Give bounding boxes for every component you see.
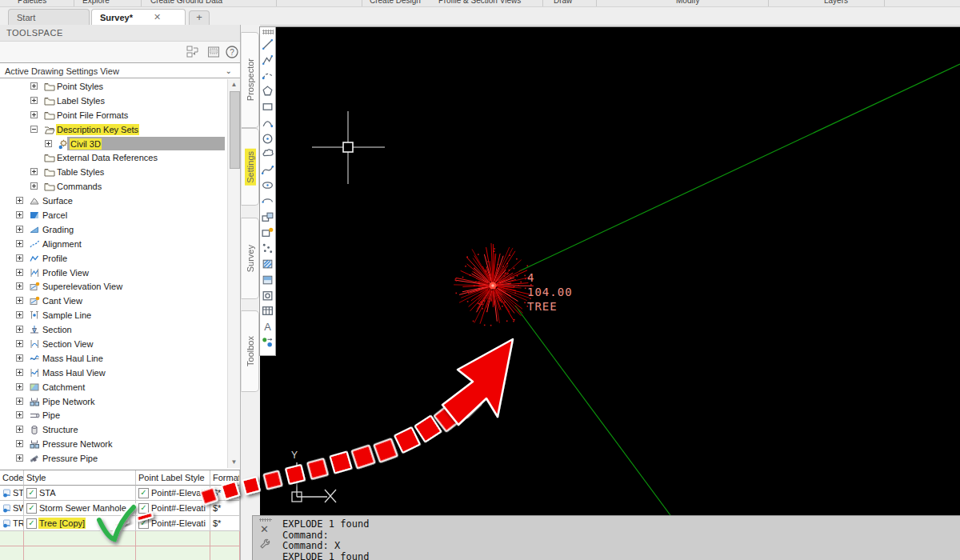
- side-tab-toolbox[interactable]: Toolbox: [241, 310, 259, 392]
- item-view-icon[interactable]: [186, 45, 200, 59]
- expand-plus-icon[interactable]: [16, 354, 23, 362]
- tree-item-grading[interactable]: Grading: [0, 222, 226, 237]
- empty-cell[interactable]: [136, 531, 210, 546]
- tree-item-profile[interactable]: Profile: [0, 251, 226, 266]
- expand-plus-icon[interactable]: [16, 440, 23, 447]
- expand-plus-icon[interactable]: [16, 326, 23, 333]
- create-block-icon[interactable]: [261, 226, 274, 239]
- tree-item-sample-line[interactable]: Sample Line: [0, 308, 226, 322]
- expand-plus-icon[interactable]: [16, 254, 23, 262]
- wrench-icon[interactable]: [258, 538, 271, 550]
- side-tab-prospector[interactable]: Prospector: [241, 32, 259, 128]
- key-table-row[interactable]: TR*✓Tree [Copy]✓Point#-Elevati$*: [0, 516, 240, 531]
- expand-plus-icon[interactable]: [45, 140, 52, 147]
- tree-item-label-styles[interactable]: Label Styles: [0, 94, 226, 108]
- ribbon-panel-palettes[interactable]: Palettes: [18, 0, 46, 5]
- checkbox-checked-icon[interactable]: ✓: [26, 488, 37, 498]
- table-icon[interactable]: [261, 304, 274, 318]
- style-cell[interactable]: ✓Storm Sewer Manhole: [24, 501, 136, 516]
- survey-figure-lines[interactable]: [515, 64, 960, 515]
- polygon-icon[interactable]: [261, 85, 274, 98]
- gradient-icon[interactable]: [261, 273, 274, 286]
- checkbox-checked-icon[interactable]: ✓: [26, 518, 37, 529]
- tree-item-alignment[interactable]: Alignment: [0, 237, 226, 251]
- polyline-icon[interactable]: [261, 54, 274, 67]
- expand-plus-icon[interactable]: [16, 226, 23, 233]
- expand-plus-icon[interactable]: [30, 168, 38, 175]
- preview-pane-icon[interactable]: [206, 45, 221, 59]
- arc-icon[interactable]: [261, 116, 274, 130]
- tree-item-section[interactable]: Section: [0, 322, 226, 337]
- ribbon-panel-explore[interactable]: Explore: [82, 0, 110, 5]
- empty-cell[interactable]: [24, 531, 136, 546]
- scroll-up-icon[interactable]: ▲: [228, 79, 240, 90]
- line-icon[interactable]: [261, 38, 274, 51]
- collapse-minus-icon[interactable]: [30, 126, 38, 133]
- tree-item-pressure-network[interactable]: Pressure Network: [0, 437, 226, 451]
- tree-item-pressure-pipe[interactable]: Pressure Pipe: [0, 451, 226, 466]
- insert-block-icon[interactable]: [261, 210, 274, 224]
- ribbon-panel-layers[interactable]: Layers: [824, 0, 848, 5]
- scroll-down-icon[interactable]: ▼: [228, 457, 240, 468]
- expand-plus-icon[interactable]: [16, 369, 23, 376]
- code-cell[interactable]: SWM: [0, 501, 24, 516]
- tree-item-table-styles[interactable]: Table Styles: [0, 165, 226, 179]
- expand-plus-icon[interactable]: [16, 269, 23, 276]
- ribbon-panel-draw[interactable]: Draw: [554, 0, 572, 5]
- settings-view-selector[interactable]: Active Drawing Settings View ⌄: [0, 62, 240, 78]
- point-label-style-cell[interactable]: ✓Point#-Elevati: [136, 501, 210, 516]
- command-line-panel[interactable]: ✕ EXPLODE 1 found Command: Command: X EX…: [252, 515, 960, 560]
- code-cell[interactable]: STA*: [0, 486, 24, 501]
- empty-cell[interactable]: [0, 546, 24, 560]
- expand-plus-icon[interactable]: [16, 282, 23, 290]
- checkbox-checked-icon[interactable]: ✓: [26, 503, 37, 514]
- expand-plus-icon[interactable]: [30, 111, 38, 118]
- ribbon-panel-create-design[interactable]: Create Design: [370, 0, 421, 5]
- side-tab-survey[interactable]: Survey: [241, 218, 259, 299]
- tree-item-mass-haul-view[interactable]: Mass Haul View: [0, 366, 226, 380]
- tree-item-pipe-network[interactable]: Pipe Network: [0, 394, 226, 409]
- expand-plus-icon[interactable]: [16, 197, 23, 204]
- format-cell[interactable]: $*: [210, 516, 240, 531]
- key-table-row[interactable]: SWM✓Storm Sewer Manhole✓Point#-Elevati$*: [0, 501, 240, 516]
- hatch-icon[interactable]: [261, 257, 274, 270]
- tree-item-pipe[interactable]: Pipe: [0, 408, 226, 422]
- expand-plus-icon[interactable]: [16, 311, 23, 318]
- ellipse-arc-icon[interactable]: [261, 194, 274, 208]
- expand-plus-icon[interactable]: [16, 383, 23, 390]
- key-table-row[interactable]: STA*✓STA✓Point#-Elevati$*: [0, 486, 240, 501]
- expand-plus-icon[interactable]: [30, 82, 38, 90]
- tree-item-section-view[interactable]: Section View: [0, 337, 226, 351]
- tree-item-mass-haul-line[interactable]: Mass Haul Line: [0, 351, 226, 366]
- code-cell[interactable]: TR*: [0, 516, 24, 531]
- text-icon[interactable]: A: [261, 320, 274, 334]
- expand-plus-icon[interactable]: [30, 97, 38, 104]
- ribbon-panel-modify[interactable]: Modify: [676, 0, 699, 5]
- expand-plus-icon[interactable]: [16, 398, 23, 405]
- tree-item-catchment[interactable]: Catchment: [0, 380, 226, 394]
- multiple-points-icon[interactable]: [261, 242, 274, 255]
- style-cell[interactable]: ✓STA: [24, 486, 136, 501]
- tree-item-civil-3d[interactable]: Civil 3D: [0, 137, 226, 151]
- toolbar-grip-handle[interactable]: [262, 30, 274, 34]
- tree-item-parcel[interactable]: Parcel: [0, 208, 226, 222]
- style-cell[interactable]: ✓Tree [Copy]: [24, 516, 136, 531]
- region-icon[interactable]: [261, 289, 274, 302]
- side-tab-settings[interactable]: Settings: [241, 128, 259, 206]
- tab-start[interactable]: Start: [8, 9, 90, 25]
- tab-survey[interactable]: Survey*✕: [91, 9, 186, 25]
- tree-item-commands[interactable]: Commands: [0, 179, 226, 194]
- ellipse-icon[interactable]: [261, 178, 274, 192]
- point-label-style-cell[interactable]: ✓Point#-Elevati: [136, 516, 210, 531]
- expand-plus-icon[interactable]: [16, 240, 23, 247]
- column-header-style[interactable]: Style: [24, 470, 136, 486]
- format-cell[interactable]: $*: [210, 486, 240, 501]
- help-icon[interactable]: ?: [225, 45, 239, 59]
- point-cloud-icon[interactable]: [261, 335, 274, 349]
- tree-item-structure[interactable]: Structure: [0, 422, 226, 437]
- expand-plus-icon[interactable]: [16, 426, 23, 433]
- new-tab-button[interactable]: +: [189, 10, 210, 26]
- rectangle-icon[interactable]: [261, 100, 274, 114]
- tree-item-cant-view[interactable]: Cant View: [0, 294, 226, 308]
- expand-plus-icon[interactable]: [16, 454, 23, 462]
